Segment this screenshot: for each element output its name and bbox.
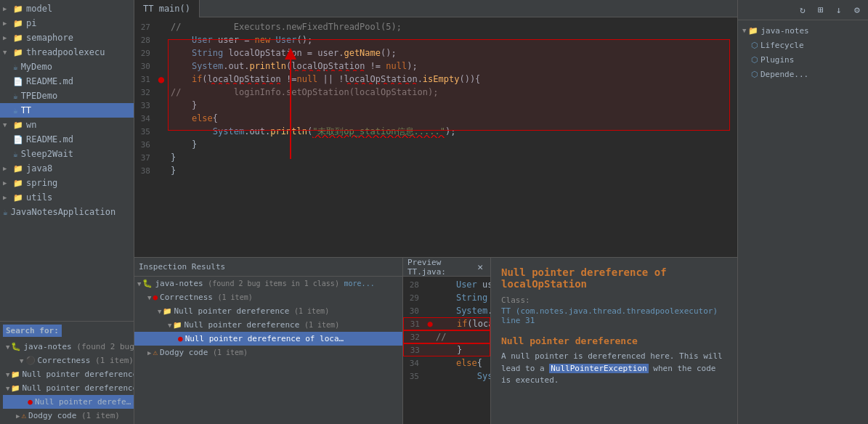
btree-label: Null pointer dereference (1 item) — [174, 306, 329, 316]
sidebar-item-semaphore[interactable]: ▶ 📁 semaphore — [0, 30, 134, 45]
sidebar-item-utils[interactable]: ▶ 📁 utils — [0, 190, 134, 205]
rt-item-label: java-notes — [760, 26, 808, 36]
sidebar-item-label: JavaNotesApplication — [11, 207, 116, 217]
rt-item-lifecycle[interactable]: ⬡ Lifecycle — [738, 38, 868, 52]
btree-null-ptr-1[interactable]: ▼ 📁 Null pointer dereference (1 item) — [134, 304, 402, 318]
sidebar-item-readme2[interactable]: 📄 README.md — [0, 132, 134, 147]
code-line-28: 28 User user = new User(); — [134, 33, 737, 46]
line-number: 36 — [134, 140, 155, 150]
search-results: ▼ 🐛 java-notes (found 2 bug items in 1 c… — [3, 340, 134, 423]
sidebar-item-readme1[interactable]: 📄 README.md — [0, 74, 134, 89]
line-code: } — [168, 139, 737, 150]
settings-button[interactable]: ⚙ — [849, 2, 865, 18]
tab-tt[interactable]: TT main() — [134, 0, 200, 17]
sidebar-item-wn[interactable]: ▼ 📁 wn — [0, 118, 134, 132]
preview-code: 28 User user = new User(); 29 String loc… — [403, 277, 490, 424]
sidebar-item-model[interactable]: ▶ 📁 model — [0, 1, 134, 16]
description-panel: Null pointer dereference of localOpStati… — [490, 258, 737, 424]
result-label: java-notes (found 2 bug items in 1 class… — [23, 342, 134, 351]
rt-item-java-notes[interactable]: ▼ 📁 java-notes — [738, 23, 868, 38]
sidebar-item-javanotesapp[interactable]: ☕ JavaNotesApplication — [0, 205, 134, 219]
preview-close-button[interactable]: ✕ — [474, 261, 486, 272]
folder-icon: 📁 — [13, 33, 23, 43]
preview-line-33: 33 } — [403, 343, 490, 356]
expand-icon: ▼ — [6, 343, 9, 351]
btree-correctness[interactable]: ▼ ● Correctness (1 item) — [134, 290, 402, 304]
sidebar-item-label: TPEDemo — [21, 91, 58, 101]
line-number: 35 — [134, 127, 155, 136]
class-link[interactable]: TT (com.notes.java.thread.threadpoolexec… — [501, 306, 718, 325]
line-code: } — [168, 152, 737, 163]
result-null-ptr-1[interactable]: ▼ 📁 Null pointer dereference (1 item) — [3, 367, 134, 381]
sidebar-item-java8[interactable]: ▶ 📁 java8 — [0, 161, 134, 176]
code-line-34: 34 else{ — [134, 112, 737, 125]
line-number: 31 — [134, 75, 155, 84]
result-dodgy-code[interactable]: ▶ ⚠ Dodgy code (1 item) — [3, 409, 134, 423]
btree-null-ptr-item[interactable]: ● Null pointer dereference of localOpSta — [134, 332, 402, 346]
breakpoint-icon: ● — [427, 319, 432, 329]
line-number: 38 — [134, 166, 155, 176]
refresh-button[interactable]: ↻ — [795, 2, 811, 18]
expand-icon: ▼ — [742, 27, 746, 34]
sidebar-item-tt[interactable]: ☕ TT — [0, 103, 134, 118]
line-number: 32 — [404, 333, 424, 342]
right-tree: ▼ 📁 java-notes ⬡ Lifecycle ⬡ Plugins ⬡ D… — [738, 20, 868, 424]
expand-icon: ▼ — [20, 357, 23, 364]
header-label: Inspection Results — [139, 262, 225, 272]
arrow-icon: ▶ — [3, 5, 13, 12]
folder-icon: 📁 — [11, 370, 20, 378]
sidebar-item-label: TT — [21, 105, 31, 115]
result-correctness[interactable]: ▼ ⚫ Correctness (1 item) — [3, 354, 134, 367]
description-class-value: TT (com.notes.java.thread.threadpoolexec… — [501, 306, 727, 325]
java-icon: ☕ — [13, 106, 18, 115]
line-gutter: ● — [155, 73, 168, 85]
result-null-ptr-2[interactable]: ▼ 📁 Null pointer dereference (1 item) — [3, 381, 134, 395]
line-number: 33 — [404, 346, 424, 355]
code-line-30: 30 System.out.println(localOpStation != … — [134, 60, 737, 73]
line-code: User user = new User(); — [168, 35, 737, 45]
line-code: else{ — [435, 358, 490, 368]
preview-header: Preview TT.java: ✕ — [403, 258, 490, 277]
btree-root[interactable]: ▼ 🐛 java-notes (found 2 bug items in 1 c… — [134, 277, 402, 290]
sidebar-item-label: README.md — [26, 76, 73, 86]
sidebar-item-sleep2wait[interactable]: ☕ Sleep2Wait — [0, 147, 134, 161]
result-label: Dodgy code (1 item) — [28, 411, 120, 420]
sidebar-item-spring[interactable]: ▶ 📁 spring — [0, 176, 134, 190]
btree-dodgy-code[interactable]: ▶ ⚠ Dodgy code (1 item) — [134, 346, 402, 359]
arrow-icon: ▶ — [3, 179, 13, 187]
line-code: if(localOpStation !=null || !localOpStat — [436, 319, 490, 329]
warning-icon: ⚠ — [153, 348, 158, 357]
tab-bar: TT main() — [134, 0, 737, 17]
description-class-label: Class: — [501, 295, 727, 305]
folder-icon: 📁 — [13, 48, 23, 57]
arrow-icon: ▼ — [3, 121, 13, 129]
bug-icon: ● — [28, 397, 33, 407]
sidebar-item-label: pi — [26, 18, 36, 28]
arrow-icon: ▶ — [3, 194, 13, 201]
right-sidebar: ↻ ⊞ ↓ ⚙ ▼ 📁 java-notes ⬡ Lifecycle ⬡ Plu… — [737, 0, 868, 424]
sidebar-item-label: MyDemo — [21, 62, 52, 72]
line-code: System.out.println(localOpStation != nul — [435, 306, 490, 316]
rt-item-dependencies[interactable]: ⬡ Depende... — [738, 67, 868, 81]
rt-item-label: Lifecycle — [760, 41, 804, 50]
btree-null-ptr-2[interactable]: ▼ 📁 Null pointer dereference (1 item) — [134, 318, 402, 332]
arrow-icon: ▼ — [3, 49, 13, 56]
preview-line-28: 28 User user = new User(); — [403, 278, 490, 291]
bug-icon: ● — [178, 334, 183, 343]
rt-item-plugins[interactable]: ⬡ Plugins — [738, 52, 868, 67]
btree-label: Correctness (1 item) — [160, 293, 253, 302]
download-button[interactable]: ↓ — [831, 2, 847, 18]
rt-item-label: Depende... — [760, 70, 808, 79]
result-root[interactable]: ▼ 🐛 java-notes (found 2 bug items in 1 c… — [3, 340, 134, 354]
result-null-ptr-item[interactable]: ● Null pointer dereference of localOpSta — [3, 395, 134, 409]
code-editor: TT main() 27 // Executors.newFixedThread… — [134, 0, 737, 257]
sidebar-item-threadpool[interactable]: ▼ 📁 threadpoolexecu — [0, 45, 134, 60]
bottom-left-header: Inspection Results — [134, 258, 402, 277]
sidebar-item-tpedemo[interactable]: ☕ TPEDemo — [0, 89, 134, 103]
bug-icon: 🐛 — [11, 342, 21, 351]
line-number: 28 — [134, 36, 155, 45]
sidebar-item-mydemo[interactable]: ☕ MyDemo — [0, 60, 134, 74]
expand-button[interactable]: ⊞ — [813, 2, 829, 18]
sidebar-item-label: semaphore — [26, 33, 73, 43]
sidebar-item-pi[interactable]: ▶ 📁 pi — [0, 16, 134, 30]
